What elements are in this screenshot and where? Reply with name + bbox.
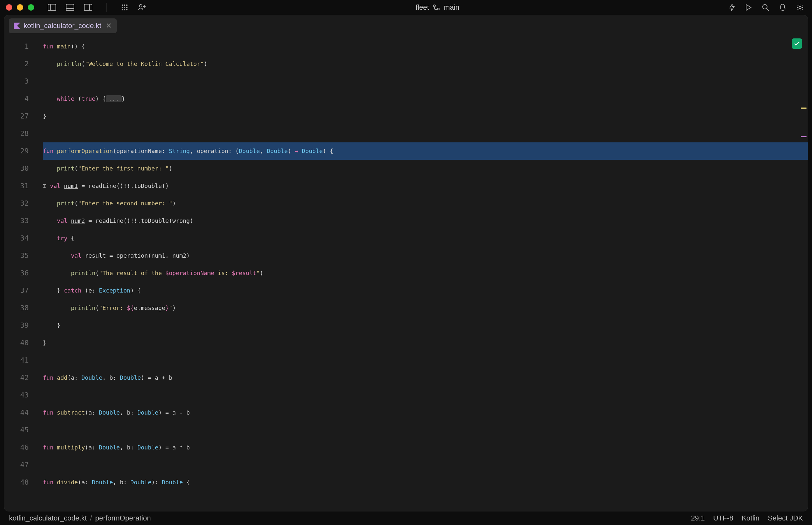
line-number: 38 <box>4 299 29 317</box>
line-number: 29 <box>4 142 29 160</box>
panel-right-icon[interactable] <box>84 4 92 11</box>
close-window-button[interactable] <box>6 4 12 11</box>
jdk-selector[interactable]: Select JDK <box>768 514 803 522</box>
right-actions <box>729 3 804 12</box>
left-panel-controls <box>48 3 146 12</box>
line-number: 2 <box>4 55 29 73</box>
svg-point-13 <box>124 9 125 10</box>
line-number: 35 <box>4 247 29 265</box>
code-line: val result = operation(num1, num2) <box>43 247 808 265</box>
code-area[interactable]: 1 2 3 4 27 28 29 30 31 32 33 34 35 36 37… <box>4 33 808 511</box>
code-line <box>43 421 808 439</box>
line-number: 41 <box>4 351 29 369</box>
text-cursor-icon: ⌶ <box>43 182 50 189</box>
line-number: 1 <box>4 38 29 55</box>
line-number: 40 <box>4 334 29 351</box>
code-line <box>43 387 808 404</box>
encoding[interactable]: UTF-8 <box>713 514 733 522</box>
apps-icon[interactable] <box>121 4 128 11</box>
code-line: fun divide(a: Double, b: Double): Double… <box>43 474 808 491</box>
code-line <box>43 456 808 474</box>
code-line: while (true) {...} <box>43 90 808 107</box>
line-number: 36 <box>4 265 29 282</box>
search-icon[interactable] <box>762 3 769 11</box>
code-line: fun add(a: Double, b: Double) = a + b <box>43 369 808 387</box>
code-content[interactable]: fun main() { println("Welcome to the Kot… <box>43 38 808 511</box>
line-number: 3 <box>4 73 29 90</box>
bell-icon[interactable] <box>779 3 786 12</box>
cursor-position[interactable]: 29:1 <box>691 514 705 522</box>
svg-point-15 <box>139 4 142 7</box>
code-line: print("Enter the second number: ") <box>43 195 808 212</box>
lightning-icon[interactable] <box>729 3 735 12</box>
tab-bar: kotlin_calculator_code.kt ✕ <box>4 15 808 33</box>
separator: / <box>90 514 92 522</box>
line-number: 46 <box>4 439 29 456</box>
divider <box>107 3 107 12</box>
line-number: 27 <box>4 107 29 125</box>
minimize-window-button[interactable] <box>17 4 23 11</box>
status-file: kotlin_calculator_code.kt <box>9 514 87 522</box>
code-line: fun subtract(a: Double, b: Double) = a -… <box>43 404 808 421</box>
svg-point-11 <box>126 7 127 8</box>
line-number: 47 <box>4 456 29 474</box>
svg-point-20 <box>763 4 767 9</box>
code-line: } <box>43 334 808 351</box>
svg-point-14 <box>126 9 127 10</box>
tab-label: kotlin_calculator_code.kt <box>24 21 101 30</box>
svg-point-6 <box>122 4 123 6</box>
panel-bottom-icon[interactable] <box>66 4 74 11</box>
svg-point-10 <box>124 7 125 8</box>
svg-point-19 <box>437 8 439 10</box>
code-line: } <box>43 317 808 334</box>
traffic-lights <box>6 4 34 11</box>
breadcrumb[interactable]: kotlin_calculator_code.kt / performOpera… <box>9 514 151 522</box>
code-line: try { <box>43 229 808 247</box>
line-number: 28 <box>4 125 29 142</box>
line-number: 34 <box>4 229 29 247</box>
code-line <box>43 125 808 142</box>
gear-icon[interactable] <box>796 3 804 12</box>
svg-rect-4 <box>84 4 92 11</box>
code-line: print("Enter the first number: ") <box>43 160 808 177</box>
gutter: 1 2 3 4 27 28 29 30 31 32 33 34 35 36 37… <box>4 38 43 511</box>
code-line: } <box>43 107 808 125</box>
status-bar: kotlin_calculator_code.kt / performOpera… <box>0 511 812 525</box>
line-number: 31 <box>4 177 29 195</box>
panel-left-icon[interactable] <box>48 4 56 11</box>
line-number: 30 <box>4 160 29 177</box>
run-icon[interactable] <box>745 3 752 11</box>
line-number: 48 <box>4 474 29 491</box>
add-user-icon[interactable] <box>138 3 146 11</box>
svg-point-12 <box>122 9 123 10</box>
line-number: 39 <box>4 317 29 334</box>
code-line: } catch (e: Exception) { <box>43 282 808 299</box>
code-line <box>43 351 808 369</box>
line-number: 4 <box>4 90 29 107</box>
code-line: println("Error: ${e.message}") <box>43 299 808 317</box>
close-icon[interactable]: ✕ <box>106 21 112 30</box>
code-line <box>43 73 808 90</box>
code-line: fun main() { <box>43 38 808 55</box>
code-line: println("Welcome to the Kotlin Calculato… <box>43 55 808 73</box>
svg-point-7 <box>124 4 125 6</box>
code-line-current: fun performOperation(operationName: Stri… <box>43 142 808 160</box>
code-line: val num2 = readLine()!!.toDouble(wrong) <box>43 212 808 229</box>
tab-kotlin-file[interactable]: kotlin_calculator_code.kt ✕ <box>9 18 117 33</box>
code-line: ⌶ val num1 = readLine()!!.toDouble() <box>43 177 808 195</box>
svg-point-8 <box>126 4 127 6</box>
line-number: 37 <box>4 282 29 299</box>
line-number: 33 <box>4 212 29 229</box>
zoom-window-button[interactable] <box>28 4 34 11</box>
code-line: println("The result of the $operationNam… <box>43 265 808 282</box>
svg-point-9 <box>122 7 123 8</box>
line-number: 42 <box>4 369 29 387</box>
title-center[interactable]: fleet main <box>150 3 725 12</box>
fold-indicator[interactable]: ... <box>106 95 122 102</box>
language-mode[interactable]: Kotlin <box>742 514 760 522</box>
editor-frame: kotlin_calculator_code.kt ✕ 1 2 3 4 27 2… <box>4 15 808 511</box>
line-number: 32 <box>4 195 29 212</box>
svg-rect-2 <box>66 4 74 11</box>
title-bar: fleet main <box>0 0 812 15</box>
branch-icon <box>433 4 440 11</box>
